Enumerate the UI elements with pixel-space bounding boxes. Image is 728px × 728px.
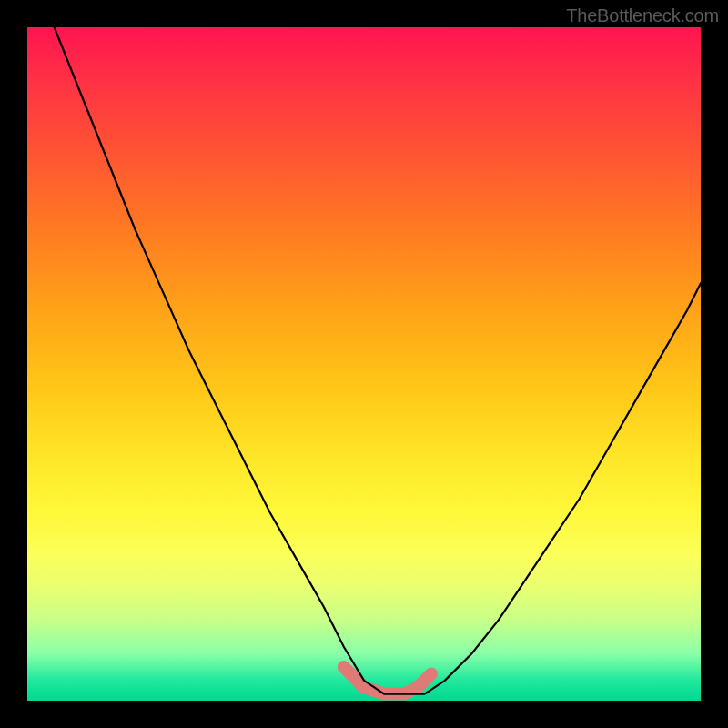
plot-area (27, 27, 701, 701)
valley-marker (344, 667, 431, 694)
bottleneck-curve (55, 27, 701, 694)
watermark-text: TheBottleneck.com (566, 5, 719, 26)
chart-svg (27, 27, 701, 701)
chart-frame: TheBottleneck.com (0, 0, 728, 728)
